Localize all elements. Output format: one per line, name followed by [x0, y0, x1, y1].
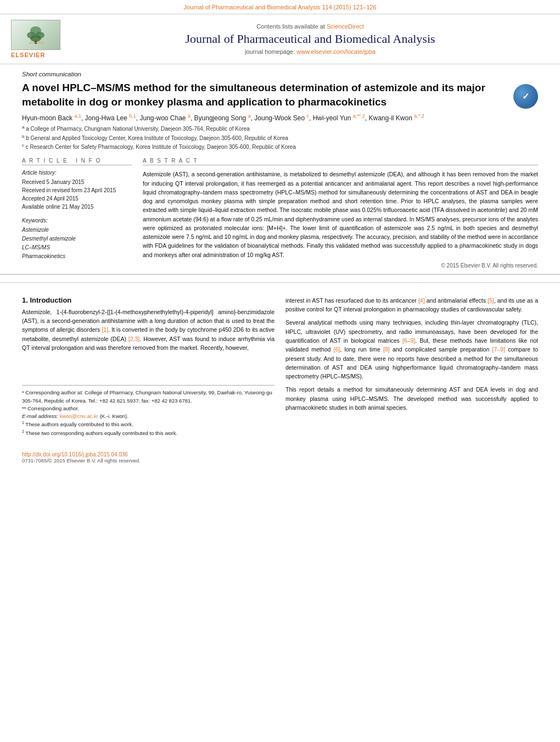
intro-para-2: interest in AST has resurfaced due to it…	[285, 296, 538, 314]
journal-header: ELSEVIER ELSEVIER Contents lists availab…	[0, 14, 560, 64]
article-type: Short communication	[22, 71, 538, 77]
elsevier-logo: ELSEVIER ELSEVIER	[11, 20, 60, 58]
article-title: A novel HPLC–MS/MS method for the simult…	[22, 81, 513, 109]
received-date: Received 5 January 2015	[22, 178, 132, 186]
journal-reference-bar: Journal of Pharmaceutical and Biomedical…	[0, 0, 560, 14]
keyword-1: Astemizole	[22, 226, 132, 235]
article-header: A novel HPLC–MS/MS method for the simult…	[22, 81, 538, 109]
intro-section-title: 1. Introduction	[22, 296, 275, 304]
article-history-block: Article history: Received 5 January 2015…	[22, 170, 132, 211]
doi-area: http://dx.doi.org/10.1016/j.jpba.2015.04…	[0, 448, 560, 465]
accepted-date: Accepted 24 April 2015	[22, 194, 132, 203]
authors-line: Hyun-moon Back a,1, Jong-Hwa Lee b,1, Ju…	[22, 113, 538, 122]
intro-para-4: This report details a method for simulta…	[285, 385, 538, 412]
article-section: Short communication A novel HPLC–MS/MS m…	[0, 64, 560, 275]
keywords-block: Keywords: Astemizole Desmethyl astemizol…	[22, 217, 132, 261]
journal-title-block: Contents lists available at ScienceDirec…	[71, 23, 549, 55]
footnote-4: 2 These two corresponding authors equall…	[22, 429, 275, 437]
footnote-1: * Corresponding author at: College of Ph…	[22, 389, 275, 405]
body-left-column: 1. Introduction Astemizole, 1-(4-fluorob…	[22, 296, 275, 437]
journal-ref-text: Journal of Pharmaceutical and Biomedical…	[184, 4, 377, 10]
body-area: 1. Introduction Astemizole, 1-(4-fluorob…	[0, 291, 560, 448]
homepage-line: journal homepage: www.elsevier.com/locat…	[71, 48, 549, 55]
footnote-email: E-mail address: kwon@cnu.ac.kr (K.-i. Kw…	[22, 412, 275, 420]
abstract-header: A B S T R A C T	[143, 158, 538, 165]
intro-para-1: Astemizole, 1-(4-fluorobenzyl-2-{[1-(4-m…	[22, 308, 275, 352]
article-info-header: A R T I C L E I N F O	[22, 158, 132, 165]
journal-name: Journal of Pharmaceutical and Biomedical…	[71, 32, 549, 46]
abstract-column: A B S T R A C T Astemizole (AST), a seco…	[143, 158, 538, 269]
detected-and-2: and	[427, 297, 436, 304]
affiliations: a a College of Pharmacy, Chungnam Nation…	[22, 124, 538, 151]
elsevier-logo-image: ELSEVIER	[11, 20, 60, 50]
doi-link: http://dx.doi.org/10.1016/j.jpba.2015.04…	[22, 451, 538, 458]
available-date: Available online 21 May 2015	[22, 203, 132, 211]
keywords-subtitle: Keywords:	[22, 217, 132, 224]
article-info-column: A R T I C L E I N F O Article history: R…	[22, 158, 132, 269]
issn-text: 0731-7085/© 2015 Elsevier B.V. All right…	[22, 458, 538, 464]
abstract-text: Astemizole (AST), a second-generation an…	[143, 170, 538, 259]
keyword-4: Pharmacokinetics	[22, 252, 132, 261]
copyright-text: © 2015 Elsevier B.V. All rights reserved…	[143, 263, 538, 269]
footnotes-area: * Corresponding author at: College of Ph…	[22, 385, 275, 437]
body-right-column: interest in AST has resurfaced due to it…	[285, 296, 538, 437]
sciencedirect-link[interactable]: ScienceDirect	[327, 23, 364, 30]
intro-para-3: Several analytical methods using many te…	[285, 318, 538, 381]
elsevier-tree-icon: ELSEVIER	[25, 25, 47, 44]
article-history-subtitle: Article history:	[22, 170, 132, 176]
crossmark-badge: ✓	[513, 84, 538, 109]
detected-and-1: and	[85, 344, 95, 351]
elsevier-brand-text: ELSEVIER	[11, 52, 60, 58]
keyword-2: Desmethyl astemizole	[22, 235, 132, 243]
section-divider	[0, 282, 560, 283]
homepage-link[interactable]: www.elsevier.com/locate/jpba	[296, 48, 376, 55]
article-body-columns: A R T I C L E I N F O Article history: R…	[22, 158, 538, 269]
keyword-3: LC–MS/MS	[22, 243, 132, 252]
footnote-3: 1 These authors equally contributed to t…	[22, 420, 275, 428]
revised-date: Received in revised form 23 April 2015	[22, 186, 132, 194]
footnote-2: ** Corresponding author.	[22, 405, 275, 412]
contents-line: Contents lists available at ScienceDirec…	[71, 23, 549, 30]
svg-text:ELSEVIER: ELSEVIER	[29, 41, 44, 44]
